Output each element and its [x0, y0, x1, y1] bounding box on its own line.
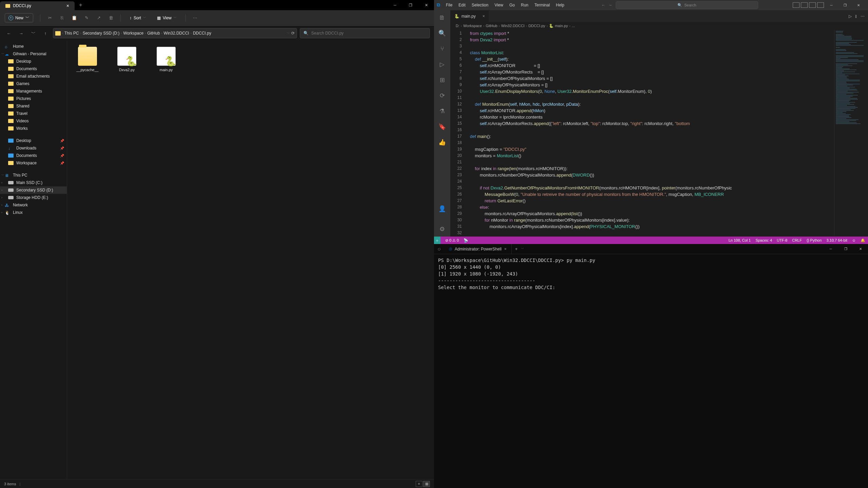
close-tab-icon[interactable]: × — [504, 247, 507, 251]
refresh-icon[interactable]: ⟳ — [291, 31, 295, 36]
run-debug-icon[interactable]: ▷ — [438, 60, 446, 68]
remote-icon[interactable]: ⟳ — [438, 92, 446, 100]
menu-edit[interactable]: Edit — [456, 2, 468, 8]
breadcrumb-segment[interactable]: Workspace — [123, 31, 143, 36]
menu-help[interactable]: Help — [554, 2, 567, 8]
source-control-icon[interactable]: ⑂ — [438, 45, 446, 53]
layout-icon[interactable] — [801, 2, 808, 8]
sidebar-item[interactable]: Games — [0, 80, 67, 87]
sidebar-item[interactable]: Works — [0, 125, 67, 132]
cursor-position[interactable]: Ln 108, Col 1 — [729, 238, 751, 242]
folder-item[interactable]: __pycache__ — [73, 47, 102, 72]
breadcrumb-segment[interactable]: D: — [456, 24, 459, 28]
menu-go[interactable]: Go — [507, 2, 517, 8]
search-input[interactable] — [311, 31, 426, 36]
sidebar-item[interactable]: Documents — [0, 65, 67, 73]
remote-indicator[interactable]: ⟐ — [434, 237, 440, 244]
errors-count[interactable]: ⊘ 0 ⚠ 0 — [445, 238, 459, 243]
nav-back-icon[interactable]: ← — [601, 3, 606, 7]
minimize-button[interactable]: ─ — [823, 244, 838, 254]
file-item[interactable]: Dxva2.py — [113, 47, 141, 72]
breadcrumb-segment[interactable]: This PC — [64, 31, 79, 36]
breadcrumb-segment[interactable]: GitHub — [147, 31, 160, 36]
python-interpreter[interactable]: 3.10.7 64-bit — [827, 238, 847, 242]
breadcrumb-segment[interactable]: GitHub — [486, 24, 497, 28]
sidebar-item[interactable]: Pictures — [0, 95, 67, 102]
minimize-button[interactable]: ─ — [387, 0, 403, 10]
sidebar-home[interactable]: ⌂Home — [0, 43, 67, 50]
breadcrumb-segment[interactable]: Secondary SSD (D:) — [83, 31, 120, 36]
sidebar-item[interactable]: Desktop — [0, 58, 67, 65]
view-grid-icon[interactable]: ▦ — [423, 481, 430, 487]
layout-icon[interactable] — [793, 2, 800, 8]
sidebar-item[interactable]: Travel — [0, 110, 67, 117]
explorer-icon[interactable]: 🗎 — [438, 14, 446, 22]
breadcrumb-segment[interactable]: 🐍 main.py — [549, 24, 568, 28]
extensions-icon[interactable]: ⊞ — [438, 76, 446, 84]
split-icon[interactable]: ⫿ — [855, 14, 857, 19]
maximize-button[interactable]: ❐ — [403, 0, 418, 10]
maximize-button[interactable]: ❐ — [838, 244, 853, 254]
sidebar-pinned[interactable]: ↓Downloads📌 — [0, 144, 67, 152]
account-icon[interactable]: 👤 — [438, 205, 446, 213]
sidebar-pinned[interactable]: Workspace📌 — [0, 159, 67, 167]
sidebar-pinned[interactable]: Desktop📌 — [0, 137, 67, 144]
code-content[interactable]: from ctypes import *from Dxva2 import * … — [467, 29, 834, 237]
sidebar-thispc[interactable]: ﹀🖥This PC — [0, 171, 67, 179]
forward-button[interactable]: → — [16, 28, 26, 38]
minimap[interactable] — [834, 29, 868, 237]
close-button[interactable]: ✕ — [852, 3, 865, 7]
explorer-content[interactable]: __pycache__ Dxva2.py main.py — [67, 41, 434, 479]
breadcrumb-segment[interactable]: Win32.DDCCI — [501, 24, 525, 28]
editor-breadcrumb[interactable]: D:›Workspace›GitHub›Win32.DDCCI›DDCCI.py… — [450, 22, 868, 29]
cut-icon[interactable]: ✂ — [47, 15, 53, 21]
view-details-icon[interactable]: ≡ — [416, 481, 422, 487]
view-button[interactable]: ▦ View ﹀ — [155, 15, 179, 21]
breadcrumb-segment[interactable]: Workspace — [463, 24, 482, 28]
dropdown-icon[interactable]: ﹀ — [521, 247, 524, 251]
breadcrumb-segment[interactable]: DDCCI.py — [193, 31, 211, 36]
close-button[interactable]: ✕ — [418, 0, 434, 10]
sidebar-drive-selected[interactable]: ›Secondary SSD (D:) — [0, 186, 67, 194]
code-editor[interactable]: 1234567891011121314151617181920212223242… — [450, 29, 868, 237]
file-item[interactable]: main.py — [152, 47, 180, 72]
sidebar-item[interactable]: Managements — [0, 87, 67, 95]
menu-view[interactable]: View — [492, 2, 506, 8]
sidebar-item[interactable]: Videos — [0, 117, 67, 125]
nav-forward-icon[interactable]: → — [608, 3, 612, 7]
more-icon[interactable]: ⋯ — [193, 15, 198, 21]
search-icon[interactable]: 🔍 — [438, 29, 446, 37]
encoding[interactable]: UTF-8 — [777, 238, 787, 242]
terminal-body[interactable]: PS D:\Workspace\GitHub\Win32.DDCCI\DDCCI… — [434, 254, 868, 488]
sort-button[interactable]: ↕ Sort ﹀ — [127, 15, 148, 21]
settings-icon[interactable]: ⚙ — [438, 225, 446, 233]
editor-tab-active[interactable]: 🐍 main.py × — [450, 10, 489, 22]
up-button[interactable]: ↑ — [41, 28, 50, 38]
spaces[interactable]: Spaces: 4 — [755, 238, 772, 242]
dropdown-icon[interactable]: ﹀ — [287, 31, 290, 36]
new-tab-icon[interactable]: + — [515, 246, 518, 251]
run-icon[interactable]: ▷ — [849, 14, 852, 19]
breadcrumb-segment[interactable]: Win32.DDCCI — [164, 31, 189, 36]
testing-icon[interactable]: ⚗ — [438, 107, 446, 115]
sidebar-linux[interactable]: ›🐧Linux — [0, 209, 67, 216]
breadcrumb-segment[interactable]: ... — [572, 24, 575, 28]
close-tab-icon[interactable]: × — [482, 14, 485, 19]
sidebar-network[interactable]: ›🖧Network — [0, 201, 67, 209]
layout-icon[interactable] — [817, 2, 824, 8]
new-tab-button[interactable]: + — [75, 0, 87, 10]
more-icon[interactable]: ⋯ — [861, 14, 865, 19]
minimize-button[interactable]: ─ — [825, 3, 838, 7]
maximize-button[interactable]: ❐ — [838, 3, 852, 7]
share-icon[interactable]: ↗ — [96, 15, 101, 21]
layout-icon[interactable] — [809, 2, 816, 8]
language-mode[interactable]: {} Python — [807, 238, 822, 242]
menu-run[interactable]: Run — [518, 2, 531, 8]
sidebar-drive[interactable]: ›Storage HDD (E:) — [0, 194, 67, 201]
paste-icon[interactable]: 📋 — [72, 15, 77, 21]
bookmark-icon[interactable]: 🔖 — [438, 123, 446, 131]
eol[interactable]: CRLF — [792, 238, 802, 242]
rename-icon[interactable]: ✎ — [84, 15, 89, 21]
sidebar-pinned[interactable]: Documents📌 — [0, 152, 67, 159]
breadcrumb-bar[interactable]: › This PC› Secondary SSD (D:)› Workspace… — [53, 28, 297, 38]
